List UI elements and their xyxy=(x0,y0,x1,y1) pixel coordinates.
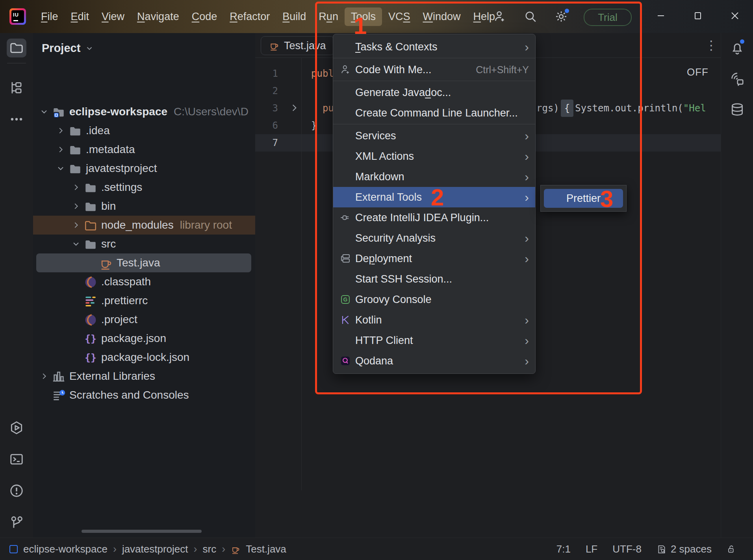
menu-edit[interactable]: Edit xyxy=(65,7,96,26)
encoding[interactable]: UTF-8 xyxy=(612,543,642,555)
fold-chevron-icon[interactable] xyxy=(289,103,299,113)
menu-refactor[interactable]: Refactor xyxy=(223,7,276,26)
menu-item-start-ssh-session[interactable]: Start SSH Session... xyxy=(333,269,535,289)
menu-item-label: Code With Me... xyxy=(355,64,432,76)
tab-test-java[interactable]: Test.java xyxy=(261,36,334,55)
tree-item-label: bin xyxy=(101,200,116,213)
close-button[interactable] xyxy=(724,5,746,27)
chevron-spacer xyxy=(36,390,52,401)
menu-item-markdown[interactable]: Markdown › xyxy=(333,166,535,187)
icon-spacer xyxy=(339,191,352,203)
menu-tools[interactable]: Tools xyxy=(345,7,382,26)
breadcrumb-item[interactable]: eclipse-workspace xyxy=(23,543,108,555)
menu-run[interactable]: Run xyxy=(312,7,345,26)
breadcrumb-item[interactable]: Test.java xyxy=(246,543,286,555)
tree-item-test-java[interactable]: Test.java xyxy=(36,253,251,272)
terminal-icon[interactable] xyxy=(9,452,24,467)
code-with-me-icon[interactable] xyxy=(493,10,506,23)
tree-item-label: src xyxy=(101,238,116,250)
tree-item-prettierrc[interactable]: .prettierrc xyxy=(33,291,255,310)
chevron-right-icon[interactable] xyxy=(53,125,69,136)
power-save-off-badge[interactable]: OFF xyxy=(687,66,708,78)
search-icon[interactable] xyxy=(524,10,537,23)
menu-item-qodana[interactable]: Qodana › xyxy=(333,351,535,371)
menu-file[interactable]: File xyxy=(35,7,65,26)
tree-item-project-file[interactable]: .project xyxy=(33,310,255,329)
tree-item-label: Test.java xyxy=(117,257,160,269)
menu-build[interactable]: Build xyxy=(276,7,312,26)
menu-item-xml-actions[interactable]: XML Actions › xyxy=(333,146,535,166)
project-status-icon[interactable] xyxy=(9,545,18,553)
tree-item-package-json[interactable]: {} package.json xyxy=(33,329,255,348)
chevron-down-icon[interactable] xyxy=(36,106,52,117)
tree-item-eclipse-workspace[interactable]: eclipse-workspace C:\Users\dev\D xyxy=(33,102,255,121)
unlocked-icon[interactable] xyxy=(727,544,736,554)
menu-item-generate-javadoc[interactable]: Generate Javadoc... xyxy=(333,82,535,103)
menu-item-tasks-contexts[interactable]: Tasks & Contexts › xyxy=(333,37,535,57)
submenu-item-prettier[interactable]: Prettier xyxy=(544,189,623,208)
tree-item-package-lock-json[interactable]: {} package-lock.json xyxy=(33,348,255,367)
version-control-icon[interactable] xyxy=(9,515,24,530)
chevron-down-icon[interactable] xyxy=(53,163,69,174)
breadcrumb-item[interactable]: src xyxy=(203,543,217,555)
menu-view[interactable]: View xyxy=(95,7,131,26)
tree-item-external-libraries[interactable]: External Libraries xyxy=(33,367,255,386)
tree-item-classpath[interactable]: .classpath xyxy=(33,272,255,291)
eclipse-file-icon xyxy=(84,275,97,288)
database-icon[interactable] xyxy=(730,102,745,117)
tree-item-metadata[interactable]: .metadata xyxy=(33,140,255,159)
menu-item-deployment[interactable]: Deployment › xyxy=(333,248,535,269)
chevron-right-icon[interactable] xyxy=(36,371,52,382)
menu-vcs[interactable]: VCS xyxy=(382,7,417,26)
project-folder-icon[interactable] xyxy=(9,41,24,55)
menu-navigate[interactable]: Navigate xyxy=(131,7,185,26)
trial-badge[interactable]: Trial xyxy=(584,9,632,26)
tree-item-idea[interactable]: .idea xyxy=(33,121,255,140)
maximize-button[interactable] xyxy=(687,5,709,27)
problems-icon[interactable] xyxy=(9,483,24,498)
tree-item-bin[interactable]: bin xyxy=(33,197,255,216)
tree-item-scratches[interactable]: Scratches and Consoles xyxy=(33,386,255,405)
tab-options-icon[interactable]: ⋮ xyxy=(703,36,720,54)
java-file-icon xyxy=(269,41,279,51)
menu-item-code-with-me[interactable]: Code With Me... Ctrl+Shift+Y xyxy=(333,59,535,80)
tree-item-node-modules[interactable]: node_modules library root xyxy=(33,216,255,235)
project-panel-header[interactable]: Project xyxy=(42,42,94,55)
more-tool-windows-icon[interactable] xyxy=(9,112,24,127)
project-horizontal-scrollbar[interactable] xyxy=(82,530,202,533)
chevron-right-icon[interactable] xyxy=(68,220,84,231)
menu-window[interactable]: Window xyxy=(416,7,467,26)
status-widgets: 7:1 LF UTF-8 2 spaces xyxy=(556,538,736,560)
indent-widget[interactable]: 2 spaces xyxy=(657,543,712,555)
line-ending[interactable]: LF xyxy=(586,543,597,555)
tree-item-label: .metadata xyxy=(86,143,135,156)
menu-item-create-intellij-plugin[interactable]: Create IntelliJ IDEA Plugin... xyxy=(333,207,535,228)
menu-item-security-analysis[interactable]: Security Analysis › xyxy=(333,228,535,248)
menu-code[interactable]: Code xyxy=(185,7,224,26)
menu-item-create-command-line-launcher[interactable]: Create Command Line Launcher... xyxy=(333,103,535,123)
menu-item-http-client[interactable]: HTTP Client › xyxy=(333,330,535,351)
submenu-arrow-icon: › xyxy=(525,130,529,141)
notifications-bell-icon[interactable] xyxy=(730,41,745,55)
tree-item-src[interactable]: src xyxy=(33,235,255,253)
minimize-button[interactable] xyxy=(650,5,672,27)
tree-item-settings[interactable]: .settings xyxy=(33,178,255,197)
menu-item-label: External Tools xyxy=(355,191,422,203)
chevron-right-icon[interactable] xyxy=(53,144,69,155)
structure-icon[interactable] xyxy=(9,80,24,95)
ai-assistant-icon[interactable] xyxy=(730,72,745,87)
menu-item-label: XML Actions xyxy=(355,150,414,163)
chevron-spacer xyxy=(68,333,84,344)
chevron-down-icon[interactable] xyxy=(68,238,84,250)
chevron-right-icon[interactable] xyxy=(68,201,84,212)
chevron-right-icon[interactable] xyxy=(68,182,84,193)
caret-position[interactable]: 7:1 xyxy=(556,543,571,555)
chevron-down-icon xyxy=(85,44,94,53)
menu-item-external-tools[interactable]: External Tools › xyxy=(333,187,535,207)
run-services-icon[interactable] xyxy=(9,420,24,435)
menu-item-kotlin[interactable]: Kotlin › xyxy=(333,310,535,330)
menu-item-services[interactable]: Services › xyxy=(333,126,535,146)
breadcrumb-item[interactable]: javatestproject xyxy=(122,543,188,555)
menu-item-groovy-console[interactable]: G Groovy Console xyxy=(333,289,535,310)
tree-item-javatestproject[interactable]: javatestproject xyxy=(33,159,255,178)
